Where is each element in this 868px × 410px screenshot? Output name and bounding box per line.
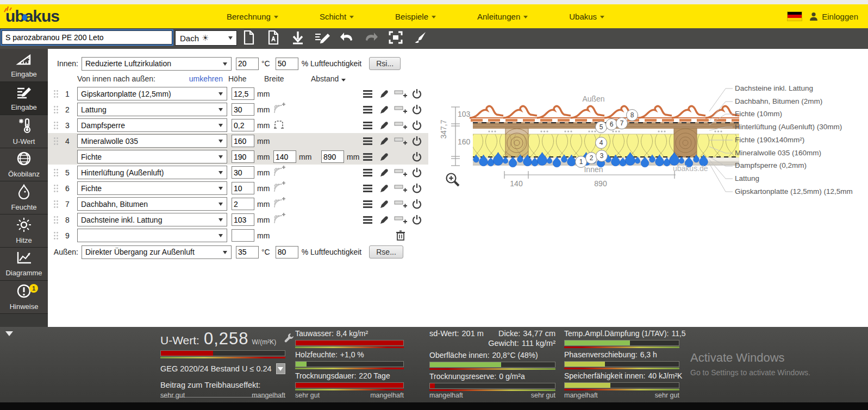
project-name-input[interactable] — [2, 30, 172, 45]
distance-column-header[interactable]: Abstand — [311, 74, 346, 83]
pencil-layer-button[interactable] — [376, 87, 392, 100]
height-input[interactable] — [232, 119, 254, 131]
drag-handle[interactable] — [53, 105, 60, 114]
pencil-layer-button[interactable] — [376, 135, 392, 148]
menu-berechnung[interactable]: Berechnung — [219, 4, 286, 28]
height-input[interactable] — [232, 166, 254, 179]
insert-layer-button[interactable] — [392, 182, 409, 195]
component-type-select[interactable]: Dach ☀ — [175, 30, 237, 46]
german-flag-icon[interactable] — [787, 11, 802, 21]
menu-layer-button[interactable] — [360, 119, 376, 132]
insert-layer-button[interactable] — [392, 166, 409, 179]
material-select[interactable]: Hinterlüftung (Außenluft) — [77, 166, 227, 179]
menu-anleitungen[interactable]: Anleitungen — [470, 4, 535, 28]
rse-button[interactable]: Rse... — [369, 245, 403, 258]
power-layer-button[interactable] — [409, 213, 425, 226]
insert-layer-button[interactable] — [392, 119, 409, 132]
new-document-button[interactable] — [239, 30, 259, 47]
sidebar-item-eingabe-1[interactable]: Eingabe — [0, 82, 48, 115]
pencil-layer-button[interactable] — [376, 213, 392, 226]
power-layer-button[interactable] — [409, 87, 425, 100]
power-layer-button[interactable] — [409, 135, 425, 148]
material-select[interactable]: Gipskartonplatte (12,5mm) — [77, 87, 227, 100]
sidebar-item-u-wert-2[interactable]: U-Wert — [0, 115, 48, 148]
height-input[interactable] — [232, 213, 254, 226]
drag-handle[interactable] — [53, 200, 60, 209]
wrench-icon[interactable] — [284, 332, 295, 345]
menu-layer-button[interactable] — [360, 213, 376, 226]
drag-handle[interactable] — [53, 137, 60, 146]
power-layer-button[interactable] — [409, 119, 425, 132]
zoom-in-button[interactable] — [445, 172, 461, 190]
menu-beispiele[interactable]: Beispiele — [388, 4, 444, 28]
insert-layer-button[interactable] — [392, 198, 409, 211]
height-input[interactable] — [232, 87, 254, 100]
power-layer-button[interactable] — [409, 150, 425, 163]
wood-icon[interactable] — [273, 212, 286, 228]
insert-layer-button[interactable] — [392, 87, 409, 100]
wood-icon[interactable] — [273, 102, 286, 117]
reverse-link[interactable]: umkehren — [189, 74, 223, 83]
material-select[interactable]: Dampfsperre — [77, 118, 227, 132]
height-input[interactable] — [232, 229, 254, 242]
pencil-layer-button[interactable] — [376, 150, 392, 163]
sidebar-item-eingabe-0[interactable]: Eingabe — [0, 49, 48, 82]
wood-icon[interactable] — [273, 181, 286, 196]
drag-handle[interactable] — [53, 121, 60, 130]
menu-ubakus[interactable]: Ubakus — [561, 4, 612, 28]
wood-icon[interactable] — [273, 165, 286, 180]
pencil-layer-button[interactable] — [376, 182, 392, 195]
power-layer-button[interactable] — [409, 166, 425, 179]
pdf-export-button[interactable] — [264, 30, 283, 47]
sidebar-item-hitze-5[interactable]: Hitze — [0, 215, 48, 248]
height-input[interactable] — [232, 150, 254, 163]
drag-handle[interactable] — [53, 184, 60, 193]
sidebar-item-feuchte-4[interactable]: Feuchte — [0, 181, 48, 215]
menu-layer-button[interactable] — [360, 182, 376, 195]
inner-temperature-input[interactable] — [236, 58, 259, 70]
pencil-layer-button[interactable] — [376, 166, 392, 179]
drag-handle[interactable] — [53, 231, 60, 240]
membrane-icon[interactable] — [273, 119, 284, 132]
drag-handle[interactable] — [53, 216, 60, 224]
menu-schicht[interactable]: Schicht — [312, 4, 361, 28]
material-select[interactable]: Fichte — [77, 150, 227, 163]
material-select[interactable]: Fichte — [77, 181, 227, 195]
reset-button[interactable] — [410, 30, 430, 47]
insert-layer-button[interactable] — [392, 135, 409, 148]
menu-layer-button[interactable] — [360, 198, 376, 211]
sidebar-item--kobilanz-3[interactable]: Ökobilanz — [0, 148, 48, 181]
sidebar-item-diagramme-6[interactable]: Diagramme — [0, 248, 48, 281]
rsi-button[interactable]: Rsi... — [369, 57, 401, 70]
login-button[interactable]: Einloggen — [809, 11, 858, 21]
insert-layer-button[interactable] — [392, 103, 409, 116]
download-button[interactable] — [288, 30, 308, 47]
width-input[interactable] — [273, 150, 296, 163]
pencil-layer-button[interactable] — [376, 119, 392, 132]
power-layer-button[interactable] — [409, 198, 425, 211]
height-input[interactable] — [232, 135, 254, 147]
fullscreen-button[interactable] — [386, 30, 405, 47]
drag-handle[interactable] — [53, 90, 60, 98]
power-layer-button[interactable] — [409, 103, 425, 116]
ubakus-logo[interactable]: ubakus — [5, 7, 59, 26]
material-select[interactable]: Mineralwolle 035 — [77, 134, 227, 148]
material-select[interactable]: Dachsteine inkl. Lattung — [77, 213, 227, 226]
inner-surface-select[interactable]: Reduzierte Luftzirkulation — [82, 57, 232, 71]
menu-layer-button[interactable] — [360, 103, 376, 116]
sidebar-item-hinweise-7[interactable]: Hinweise1 — [0, 281, 48, 314]
menu-layer-button[interactable] — [360, 87, 376, 100]
pencil-layer-button[interactable] — [376, 198, 392, 211]
pencil-layer-button[interactable] — [376, 103, 392, 116]
insert-layer-button[interactable] — [392, 213, 409, 226]
trash-layer-button[interactable] — [392, 229, 409, 242]
undo-button[interactable] — [337, 30, 357, 47]
drag-handle[interactable] — [53, 153, 60, 161]
collapse-results-button[interactable] — [5, 331, 13, 336]
material-select[interactable]: Dachbahn, Bitumen — [77, 197, 227, 211]
height-input[interactable] — [232, 198, 254, 210]
distance-input[interactable] — [321, 150, 344, 163]
outer-humidity-input[interactable] — [276, 246, 298, 258]
outer-temperature-input[interactable] — [236, 246, 259, 258]
material-select[interactable]: Lattung — [77, 103, 227, 116]
